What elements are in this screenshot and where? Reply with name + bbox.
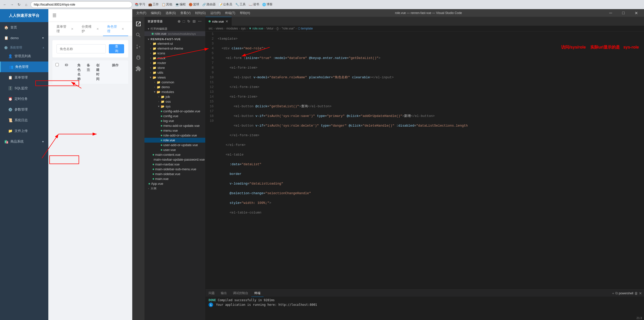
bookmark-basketball[interactable]: 🏀 篮球 [188, 2, 200, 7]
bookmark-coding[interactable]: 💻 编程 [174, 2, 187, 7]
bookmarks-bar: 📚 学习 💼 工作 📋 其他 💻 编程 🏀 篮球 🔗 路由器 📝 公务员 🔧 工… [134, 2, 642, 7]
reload-button[interactable]: ↻ [16, 2, 22, 7]
bookmark-study[interactable]: 📚 学习 [134, 2, 146, 7]
back-button[interactable]: ← [2, 2, 8, 7]
bookmark-civil[interactable]: 📝 公务员 [218, 2, 233, 7]
bookmark-blog[interactable]: 🌐 博客 [261, 2, 274, 7]
home-button[interactable]: ⌂ [23, 2, 29, 7]
browser-chrome: ← → ↻ ⌂ 📚 学习 💼 工作 📋 其他 💻 编程 🏀 篮球 🔗 路由器 📝… [0, 0, 644, 9]
forward-button[interactable]: → [9, 2, 15, 7]
address-bar[interactable] [31, 1, 132, 8]
bookmark-work[interactable]: 💼 工作 [147, 2, 160, 7]
bookmark-tools[interactable]: 🔧 工具 [234, 2, 247, 7]
bookmark-router[interactable]: 🔗 路由器 [201, 2, 217, 7]
bookmark-other[interactable]: 📋 其他 [161, 2, 173, 7]
bookmark-reading[interactable]: 📖 读书 [248, 2, 260, 7]
